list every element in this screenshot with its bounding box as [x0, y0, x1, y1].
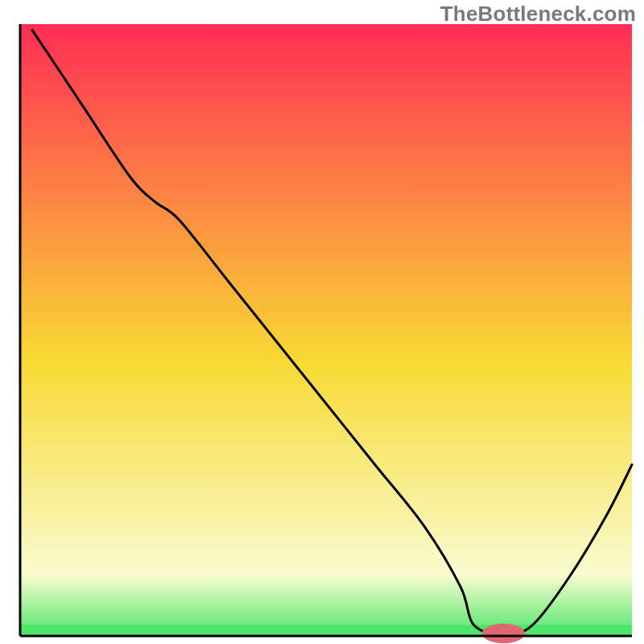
optimal-marker — [482, 624, 525, 643]
bottleneck-chart: TheBottleneck.com — [0, 0, 644, 644]
gradient-background — [20, 24, 632, 636]
plot-svg — [0, 0, 644, 644]
optimal-band — [20, 625, 632, 636]
